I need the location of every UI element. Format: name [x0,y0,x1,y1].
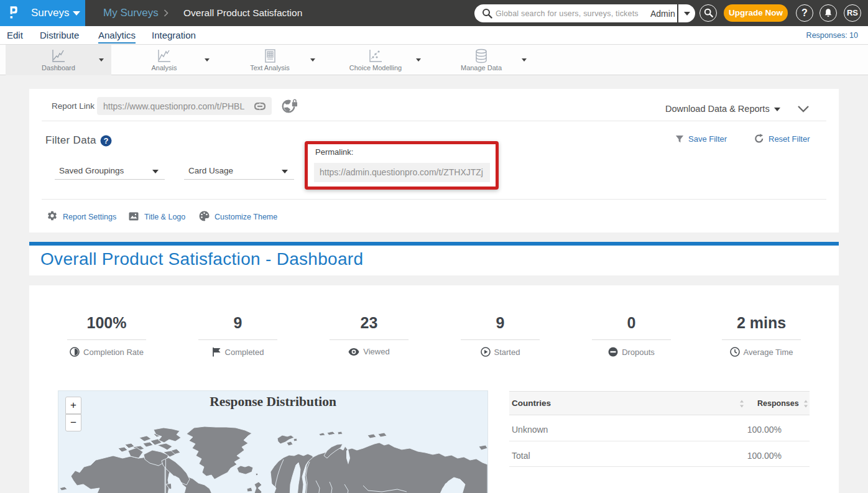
svg-text:?: ? [104,136,109,145]
